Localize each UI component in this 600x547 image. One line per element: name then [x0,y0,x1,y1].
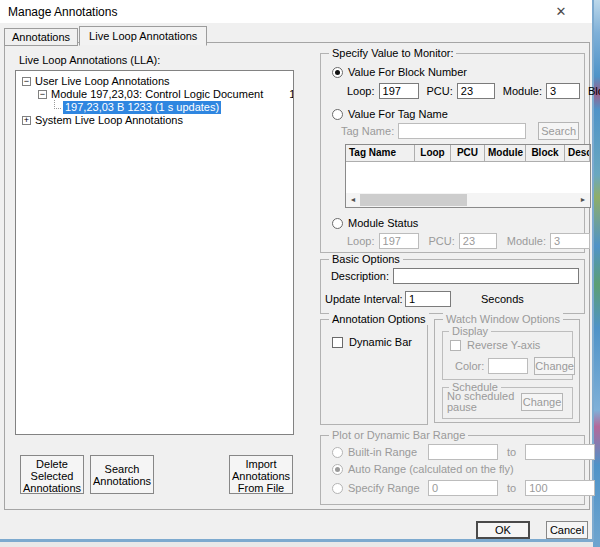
loop-label: Loop: [347,85,375,97]
tag-name-label: Tag Name: [341,125,394,137]
tree-node-selected[interactable]: 197,23,03 B 1233 (1 s updates) [54,101,293,114]
annotation-options-group: Annotation Options Dynamic Bar [320,319,428,425]
search-annotations-button[interactable]: Search Annotations [90,455,154,494]
built-in-max-input[interactable] [525,444,595,460]
tag-results-table[interactable]: Tag Name Loop PCU Module Block Descripti… [345,144,591,208]
built-in-min-input[interactable] [428,444,498,460]
screen: Manage Annotations ✕ AnnotationsLive Loo… [0,0,600,547]
annotations-tree[interactable]: − User Live Loop Annotations − Module 19… [15,70,294,435]
update-interval-label: Update Interval: [325,293,401,305]
tree-collapse-icon[interactable]: − [38,90,47,99]
module-status-radio[interactable] [332,218,343,229]
tree-expand-icon[interactable]: + [22,116,31,125]
import-annotations-from-file-button[interactable]: Import Annotations From File [229,455,293,494]
tag-search-button[interactable]: Search [538,122,579,140]
delete-selected-annotations-button[interactable]: Delete Selected Annotations [20,455,84,494]
ok-button[interactable]: OK [476,521,530,539]
titlebar: Manage Annotations ✕ [0,0,592,23]
basic-options-title: Basic Options [329,253,403,265]
description-label: Description: [329,270,389,282]
value-for-block-number-label: Value For Block Number [348,66,467,78]
value-for-tag-name-label: Value For Tag Name [348,108,448,120]
tab-annotations[interactable]: Annotations [4,28,78,46]
dynamic-bar-label: Dynamic Bar [349,336,412,348]
status-module-input[interactable] [550,233,590,249]
tree-node-count: 1 [289,88,294,101]
value-for-block-number-radio[interactable] [332,67,343,78]
col-description[interactable]: Description [565,145,590,162]
status-loop-input[interactable] [379,233,419,249]
tab-page: Live Loop Annotations (LLA): − User Live… [4,42,590,510]
scrollbar-track[interactable] [360,193,576,207]
tab-live-loop-annotations[interactable]: Live Loop Annotations [79,26,207,46]
seconds-label: Seconds [481,293,524,305]
description-input[interactable] [393,268,579,284]
built-in-range-label: Built-in Range [348,446,423,458]
schedule-change-button[interactable]: Change [521,393,563,411]
plot-range-title: Plot or Dynamic Bar Range [329,429,468,441]
to-label: to [507,446,516,458]
col-loop[interactable]: Loop [415,145,451,162]
cancel-button[interactable]: Cancel [546,521,588,539]
col-tag-name[interactable]: Tag Name [346,145,415,162]
auto-range-label: Auto Range (calculated on the fly) [348,463,514,475]
specify-max-input[interactable] [525,480,595,496]
tag-table-body [346,162,590,193]
scroll-left-icon[interactable]: ◄ [346,193,360,207]
specify-value-group: Specify Value to Monitor: Value For Bloc… [320,53,585,253]
close-icon[interactable]: ✕ [552,3,570,21]
update-interval-input[interactable] [405,291,451,307]
reverse-y-axis-label: Reverse Y-axis [467,339,540,351]
specify-range-label: Specify Range [348,482,423,494]
tree-node-user-root[interactable]: − User Live Loop Annotations [22,75,293,88]
module-status-label: Module Status [348,217,418,229]
tree-collapse-icon[interactable]: − [22,77,31,86]
schedule-text: No scheduled pause [447,391,521,413]
tag-name-input[interactable] [398,123,526,139]
tree-connector-icon [54,100,61,109]
tree-node-label[interactable]: User Live Loop Annotations [35,75,170,88]
tab-strip: AnnotationsLive Loop Annotations [4,26,208,46]
plot-range-group: Plot or Dynamic Bar Range Built-in Range… [320,435,585,505]
value-for-tag-name-radio[interactable] [332,109,343,120]
specify-value-group-title: Specify Value to Monitor: [329,47,456,59]
block-label: Block: [588,85,600,97]
loop-input[interactable] [379,83,419,99]
specify-min-input[interactable] [428,480,498,496]
tree-node-system-root[interactable]: + System Live Loop Annotations [22,114,293,127]
tree-caption: Live Loop Annotations (LLA): [19,54,160,66]
auto-range-radio[interactable] [332,464,343,475]
status-module-label: Module: [507,235,546,247]
tree-node-label[interactable]: System Live Loop Annotations [35,114,183,127]
to-label: to [507,482,516,494]
tree-node-label[interactable]: Module 197,23,03: Control Logic Document [51,88,263,101]
status-pcu-input[interactable] [459,233,497,249]
tree-node-label-selected[interactable]: 197,23,03 B 1233 (1 s updates) [63,101,221,114]
status-loop-label: Loop: [347,235,375,247]
module-input[interactable] [546,83,580,99]
watch-window-options-group: Watch Window Options Display Reverse Y-a… [434,319,580,423]
built-in-range-radio[interactable] [332,447,343,458]
col-block[interactable]: Block [526,145,565,162]
color-change-button[interactable]: Change [534,357,575,375]
col-module[interactable]: Module [485,145,526,162]
manage-annotations-dialog: Manage Annotations ✕ AnnotationsLive Loo… [0,0,594,542]
pcu-input[interactable] [457,83,495,99]
tag-table-header-row: Tag Name Loop PCU Module Block Descripti… [346,145,590,162]
display-title: Display [449,325,491,337]
annotation-options-title: Annotation Options [329,313,429,325]
pcu-label: PCU: [427,85,453,97]
color-input[interactable] [488,358,528,374]
col-pcu[interactable]: PCU [451,145,485,162]
basic-options-group: Basic Options Description: Update Interv… [320,259,585,314]
scrollbar-thumb[interactable] [360,194,467,206]
specify-range-radio[interactable] [332,483,343,494]
dynamic-bar-checkbox[interactable] [332,337,343,348]
tag-table-hscrollbar[interactable]: ◄ ► [346,193,590,207]
schedule-group: Schedule No scheduled pause Change [442,387,573,419]
reverse-y-axis-checkbox[interactable] [450,340,461,351]
tree-node-module[interactable]: − Module 197,23,03: Control Logic Docume… [38,88,293,101]
window-title: Manage Annotations [8,5,117,19]
display-group: Display Reverse Y-axis Color: Change [442,331,573,380]
scroll-right-icon[interactable]: ► [576,193,590,207]
